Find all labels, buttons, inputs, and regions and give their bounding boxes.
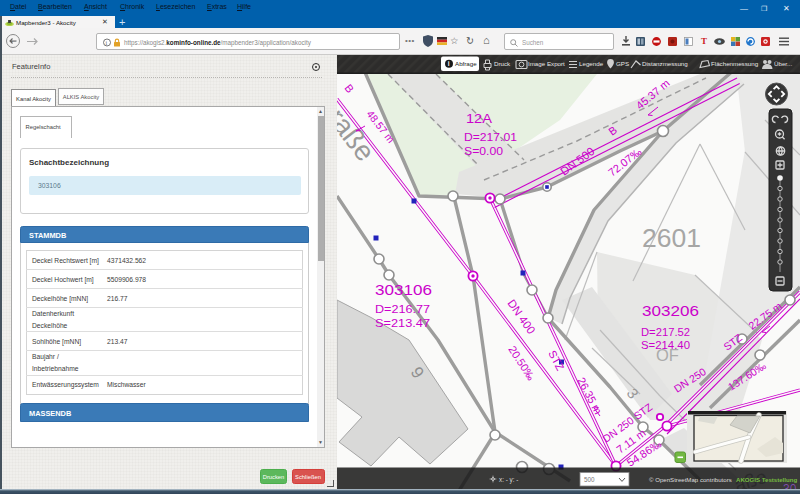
svg-text:D=217.52: D=217.52: [641, 326, 690, 338]
svg-text:x: - y: -: x: - y: -: [499, 476, 518, 484]
svg-text:303206: 303206: [642, 302, 699, 319]
svg-text:Flächenmessung: Flächenmessung: [711, 60, 759, 67]
svg-text:i: i: [448, 60, 450, 67]
svg-text:12A: 12A: [466, 111, 492, 126]
svg-text:© OpenStreetMap contributors: © OpenStreetMap contributors: [649, 476, 732, 483]
svg-text:D=217.01: D=217.01: [464, 131, 517, 143]
svg-text:Distanzmessung: Distanzmessung: [642, 60, 688, 67]
svg-text:S=213.47: S=213.47: [375, 317, 430, 329]
svg-text:S=214.40: S=214.40: [641, 339, 690, 351]
svg-text:Legende: Legende: [579, 60, 604, 67]
svg-text:500: 500: [584, 476, 595, 483]
svg-text:Druck: Druck: [494, 60, 511, 67]
svg-text:2601: 2601: [642, 223, 701, 253]
svg-text:Abfrage: Abfrage: [455, 60, 477, 67]
svg-text:303106: 303106: [375, 281, 432, 298]
svg-text:Über...: Über...: [774, 60, 793, 67]
svg-text:i: i: [106, 40, 108, 46]
svg-text:D=216.77: D=216.77: [375, 303, 430, 315]
svg-text:Image Export: Image Export: [528, 60, 565, 67]
svg-text:AKOGIS Teststellung: AKOGIS Teststellung: [736, 476, 797, 483]
svg-text:GPS: GPS: [616, 60, 629, 67]
svg-text:S=0.00: S=0.00: [464, 145, 503, 157]
